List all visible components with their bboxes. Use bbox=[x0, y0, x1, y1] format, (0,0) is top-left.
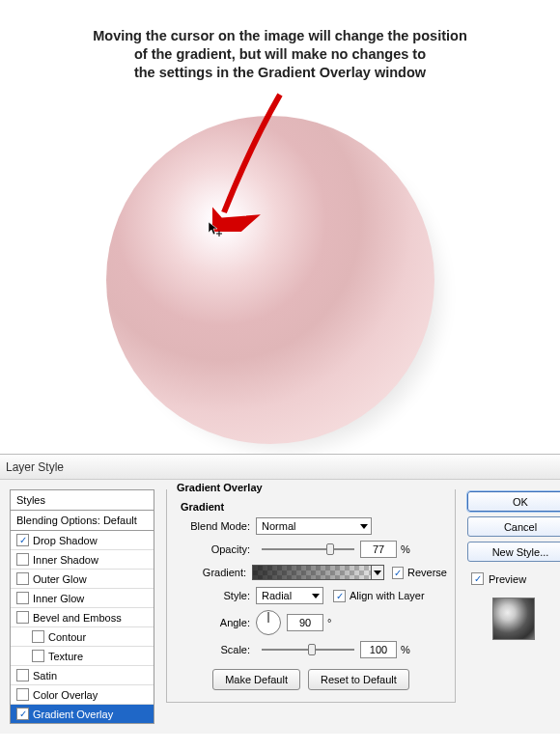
blend-mode-label: Blend Mode: bbox=[175, 520, 256, 532]
chevron-down-icon bbox=[374, 570, 381, 575]
reset-default-button[interactable]: Reset to Default bbox=[308, 669, 409, 690]
preview-label: Preview bbox=[489, 573, 526, 585]
style-row-texture[interactable]: Texture bbox=[11, 647, 154, 666]
style-label: Inner Glow bbox=[33, 593, 84, 604]
slider-thumb[interactable] bbox=[308, 644, 316, 655]
scale-unit: % bbox=[401, 644, 410, 655]
dialog-right-buttons: OK Cancel New Style... Preview bbox=[467, 489, 560, 724]
gradient-overlay-panel: Gradient Overlay Gradient Blend Mode: No… bbox=[166, 489, 456, 724]
style-checkbox[interactable] bbox=[16, 572, 29, 585]
angle-dial-hand bbox=[268, 612, 269, 623]
angle-unit: ° bbox=[327, 617, 331, 628]
dialog-title: Layer Style bbox=[6, 460, 64, 474]
style-row-bevel-and-emboss[interactable]: Bevel and Emboss bbox=[11, 608, 154, 627]
styles-panel: Styles Blending Options: Default Drop Sh… bbox=[10, 489, 154, 724]
opacity-slider[interactable] bbox=[262, 548, 354, 550]
style-label: Drop Shadow bbox=[33, 535, 98, 546]
style-row-drop-shadow[interactable]: Drop Shadow bbox=[11, 531, 154, 550]
style-label: Gradient Overlay bbox=[33, 709, 113, 720]
align-checkbox[interactable] bbox=[333, 590, 346, 602]
style-row-outer-glow[interactable]: Outer Glow bbox=[11, 570, 154, 589]
reverse-label: Reverse bbox=[407, 567, 447, 578]
blend-mode-value: Normal bbox=[262, 520, 295, 532]
style-value: Radial bbox=[262, 590, 292, 601]
slider-thumb[interactable] bbox=[326, 543, 334, 555]
angle-label: Angle: bbox=[175, 617, 256, 628]
caption: Moving the cursor on the image will chan… bbox=[0, 27, 560, 82]
style-checkbox[interactable] bbox=[16, 553, 29, 566]
style-label: Bevel and Emboss bbox=[33, 612, 122, 624]
angle-dial[interactable] bbox=[256, 610, 281, 635]
style-label: Texture bbox=[48, 651, 83, 662]
group-title: Gradient Overlay bbox=[173, 482, 266, 493]
dialog-titlebar[interactable]: Layer Style bbox=[0, 455, 560, 480]
style-checkbox[interactable] bbox=[32, 630, 44, 643]
scale-slider[interactable] bbox=[262, 649, 354, 651]
preview-checkbox[interactable] bbox=[471, 572, 484, 585]
style-checkbox[interactable] bbox=[32, 650, 44, 662]
chevron-down-icon bbox=[360, 524, 368, 529]
style-label: Contour bbox=[48, 631, 86, 643]
style-label: Satin bbox=[33, 670, 57, 681]
make-default-button[interactable]: Make Default bbox=[212, 669, 300, 690]
style-row-color-overlay[interactable]: Color Overlay bbox=[11, 685, 154, 705]
style-row-gradient-overlay[interactable]: Gradient Overlay bbox=[11, 705, 154, 723]
style-label: Inner Shadow bbox=[33, 554, 98, 566]
style-label: Style: bbox=[175, 590, 256, 601]
style-checkbox[interactable] bbox=[16, 611, 29, 624]
gradient-label: Gradient: bbox=[175, 567, 252, 578]
scale-value[interactable]: 100 bbox=[360, 641, 397, 658]
caption-line-3: the settings in the Gradient Overlay win… bbox=[0, 64, 560, 82]
style-checkbox[interactable] bbox=[16, 669, 29, 681]
layer-style-dialog: Layer Style Styles Blending Options: Def… bbox=[0, 454, 560, 751]
caption-line-1: Moving the cursor on the image will chan… bbox=[0, 27, 560, 45]
style-row-inner-glow[interactable]: Inner Glow bbox=[11, 589, 154, 608]
style-checkbox[interactable] bbox=[16, 688, 29, 701]
chevron-down-icon bbox=[312, 594, 320, 598]
opacity-label: Opacity: bbox=[175, 543, 256, 555]
align-label: Align with Layer bbox=[350, 590, 425, 601]
subgroup-title: Gradient bbox=[181, 501, 447, 513]
caption-line-2: of the gradient, but will make no change… bbox=[0, 45, 560, 64]
scale-label: Scale: bbox=[175, 644, 256, 655]
cancel-button[interactable]: Cancel bbox=[467, 516, 560, 537]
gradient-swatch[interactable] bbox=[252, 565, 372, 580]
opacity-unit: % bbox=[401, 543, 410, 555]
blending-options-header[interactable]: Blending Options: Default bbox=[11, 511, 154, 531]
new-style-button[interactable]: New Style... bbox=[467, 542, 560, 562]
opacity-value[interactable]: 77 bbox=[360, 541, 397, 558]
style-dropdown[interactable]: Radial bbox=[256, 587, 323, 604]
blend-mode-dropdown[interactable]: Normal bbox=[256, 517, 372, 535]
illustration-canvas: Moving the cursor on the image will chan… bbox=[0, 0, 560, 454]
style-row-satin[interactable]: Satin bbox=[11, 666, 154, 685]
annotation-arrow bbox=[212, 87, 299, 232]
gradient-picker-dropdown[interactable] bbox=[372, 565, 384, 580]
preview-swatch bbox=[492, 598, 535, 640]
style-checkbox[interactable] bbox=[16, 534, 29, 546]
style-row-contour[interactable]: Contour bbox=[11, 627, 154, 647]
style-label: Outer Glow bbox=[33, 573, 87, 585]
style-label: Color Overlay bbox=[33, 689, 98, 701]
style-row-inner-shadow[interactable]: Inner Shadow bbox=[11, 550, 154, 570]
move-cursor-icon bbox=[209, 222, 224, 237]
ok-button[interactable]: OK bbox=[467, 491, 560, 512]
style-checkbox[interactable] bbox=[16, 708, 29, 720]
style-checkbox[interactable] bbox=[16, 592, 29, 604]
angle-value[interactable]: 90 bbox=[287, 614, 323, 631]
styles-header[interactable]: Styles bbox=[11, 490, 154, 511]
reverse-checkbox[interactable] bbox=[392, 567, 404, 579]
